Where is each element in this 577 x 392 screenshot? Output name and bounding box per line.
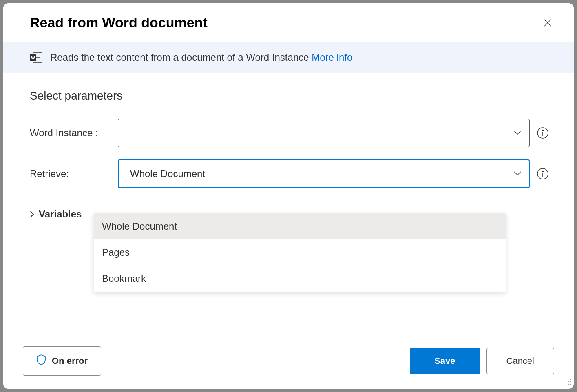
dialog-title: Read from Word document [30,15,208,31]
dialog-header: Read from Word document [3,3,574,42]
retrieve-row: Retrieve: Whole Document [30,159,549,188]
save-button[interactable]: Save [410,348,480,374]
footer-actions: Save Cancel [410,348,554,374]
svg-point-17 [570,384,571,385]
variables-label: Variables [39,208,82,220]
word-document-icon: W [30,52,43,63]
retrieve-info-icon[interactable] [536,167,549,180]
retrieve-label: Retrieve: [30,168,111,179]
close-icon [543,18,553,28]
info-description: Reads the text content from a document o… [50,52,352,63]
resize-handle-icon[interactable] [565,378,572,387]
word-instance-select[interactable] [118,119,530,147]
retrieve-select-container: Whole Document [118,159,530,188]
chevron-right-icon [30,210,35,218]
svg-point-18 [568,384,569,385]
svg-point-14 [570,379,571,380]
svg-point-9 [542,130,544,131]
dialog-footer: On error Save Cancel [3,333,574,389]
svg-text:W: W [31,55,35,60]
svg-point-15 [570,381,571,382]
word-instance-row: Word Instance : [30,119,549,147]
svg-point-12 [542,171,544,172]
shield-icon [36,354,46,368]
word-instance-select-container [118,119,530,147]
on-error-label: On error [52,356,88,366]
word-instance-label: Word Instance : [30,127,111,139]
info-banner: W Reads the text content from a document… [3,42,574,73]
on-error-button[interactable]: On error [23,346,101,376]
cancel-button[interactable]: Cancel [486,348,554,374]
retrieve-select[interactable]: Whole Document [118,159,530,188]
retrieve-dropdown-menu: Whole Document Pages Bookmark [94,213,506,292]
svg-point-16 [568,381,569,382]
dialog-body: Select parameters Word Instance : [3,73,574,333]
dropdown-option-whole-document[interactable]: Whole Document [94,213,506,239]
dropdown-option-bookmark[interactable]: Bookmark [94,266,506,292]
dropdown-option-pages[interactable]: Pages [94,239,506,266]
retrieve-value: Whole Document [130,168,205,179]
word-instance-info-icon[interactable] [536,126,549,140]
dialog-read-from-word: Read from Word document W Reads the text… [3,3,574,389]
close-button[interactable] [541,16,554,29]
more-info-link[interactable]: More info [312,52,352,63]
parameters-section-title: Select parameters [30,89,549,102]
svg-point-19 [566,384,566,385]
description-text: Reads the text content from a document o… [50,52,309,63]
